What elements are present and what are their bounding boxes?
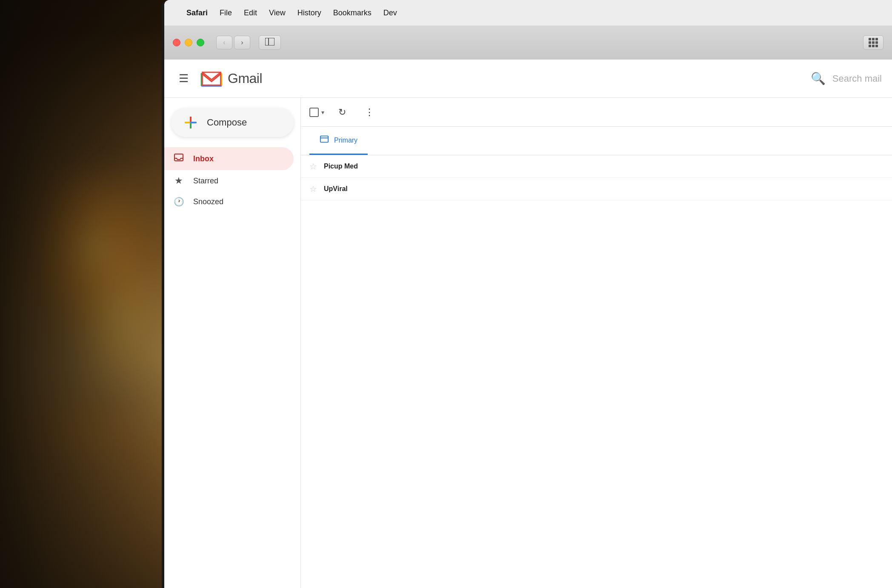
star-icon[interactable]: ☆ (309, 184, 317, 194)
close-button[interactable] (173, 39, 180, 46)
dark-overlay (0, 0, 170, 588)
menubar-history[interactable]: History (297, 9, 321, 17)
sidebar: Compose Inbox ★ S (164, 98, 300, 588)
forward-chevron-icon: › (241, 39, 243, 46)
svg-rect-11 (320, 136, 328, 143)
primary-tab-label: Primary (334, 137, 357, 144)
gmail-logo[interactable]: Gmail (200, 67, 262, 91)
inbox-icon (173, 152, 185, 165)
search-icon: 🔍 (811, 71, 826, 86)
back-button[interactable]: ‹ (216, 36, 232, 49)
main-content: Compose Inbox ★ S (164, 98, 892, 588)
more-vert-icon: ⋮ (365, 107, 374, 118)
refresh-button[interactable]: ↻ (333, 103, 352, 122)
sidebar-toggle-button[interactable] (259, 35, 281, 50)
hamburger-menu-button[interactable]: ☰ (174, 68, 193, 89)
svg-rect-1 (265, 38, 274, 46)
menubar-safari[interactable]: Safari (186, 9, 208, 17)
snoozed-label: Snoozed (193, 197, 223, 206)
email-row[interactable]: ☆ UpViral (301, 178, 892, 200)
search-bar[interactable]: 🔍 Search mail (811, 71, 882, 86)
compose-label: Compose (207, 117, 247, 128)
inbox-label: Inbox (193, 154, 214, 163)
screen: Safari File Edit View History Bookmarks … (164, 0, 892, 588)
menubar-view[interactable]: View (269, 9, 286, 17)
select-checkbox-wrapper[interactable]: ▾ (309, 108, 324, 117)
nav-inbox[interactable]: Inbox (164, 147, 294, 170)
snoozed-icon: 🕐 (173, 197, 185, 207)
menubar-dev[interactable]: Dev (383, 9, 397, 17)
select-all-checkbox[interactable] (309, 108, 319, 117)
email-row[interactable]: ☆ Picup Med (301, 155, 892, 178)
tab-primary[interactable]: Primary (309, 127, 368, 155)
hamburger-icon: ☰ (179, 72, 189, 85)
compose-button[interactable]: Compose (171, 108, 294, 137)
starred-label: Starred (193, 177, 218, 186)
gmail-m-icon (200, 67, 223, 91)
gmail-header: ☰ Gmail (164, 60, 892, 98)
fullscreen-button[interactable] (197, 39, 204, 46)
menubar-edit[interactable]: Edit (244, 9, 257, 17)
svg-rect-0 (265, 38, 269, 46)
sender-name: UpViral (324, 185, 400, 193)
email-list: ☆ Picup Med ☆ UpViral (301, 155, 892, 588)
sidebar-icon (265, 38, 274, 48)
back-chevron-icon: ‹ (223, 39, 225, 46)
traffic-lights (173, 39, 204, 46)
gmail-title: Gmail (228, 71, 262, 86)
grid-button[interactable] (863, 35, 883, 50)
email-tabs: Primary (301, 127, 892, 155)
minimize-button[interactable] (185, 39, 192, 46)
laptop-frame: Safari File Edit View History Bookmarks … (162, 0, 892, 588)
forward-button[interactable]: › (234, 36, 250, 49)
email-area: ▾ ↻ ⋮ (300, 98, 892, 588)
nav-snoozed[interactable]: 🕐 Snoozed (164, 191, 294, 212)
menubar: Safari File Edit View History Bookmarks … (164, 0, 892, 26)
gmail-area: ☰ Gmail (164, 60, 892, 588)
email-toolbar: ▾ ↻ ⋮ (301, 98, 892, 127)
menubar-file[interactable]: File (220, 9, 232, 17)
grid-icon (869, 38, 878, 47)
nav-buttons: ‹ › (216, 36, 250, 49)
starred-icon: ★ (173, 175, 185, 186)
select-dropdown-icon[interactable]: ▾ (321, 109, 324, 116)
more-options-button[interactable]: ⋮ (360, 103, 379, 122)
primary-tab-icon (320, 134, 329, 146)
star-icon[interactable]: ☆ (309, 161, 317, 171)
browser-chrome: ‹ › (164, 26, 892, 60)
search-placeholder-text: Search mail (832, 73, 882, 84)
nav-starred[interactable]: ★ Starred (164, 170, 294, 191)
compose-plus-icon (183, 115, 198, 130)
menubar-bookmarks[interactable]: Bookmarks (333, 9, 372, 17)
refresh-icon: ↻ (338, 107, 346, 118)
sender-name: Picup Med (324, 163, 400, 170)
